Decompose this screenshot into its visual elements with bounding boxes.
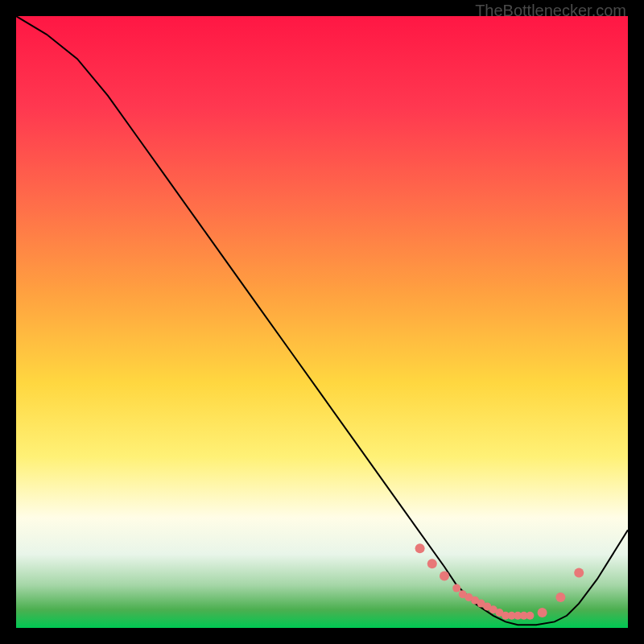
marker-dots	[415, 543, 584, 620]
marker-dot	[555, 592, 565, 602]
marker-dot	[440, 571, 449, 580]
marker-dot	[574, 568, 584, 578]
marker-dot	[415, 543, 425, 553]
curve-layer	[16, 16, 628, 628]
marker-dot	[526, 612, 534, 620]
marker-dot	[538, 608, 547, 617]
watermark-text: TheBottlenecker.com	[475, 2, 626, 20]
bottleneck-curve	[16, 16, 628, 625]
chart-area	[16, 16, 628, 628]
marker-dot	[452, 584, 460, 592]
marker-dot	[427, 559, 437, 568]
